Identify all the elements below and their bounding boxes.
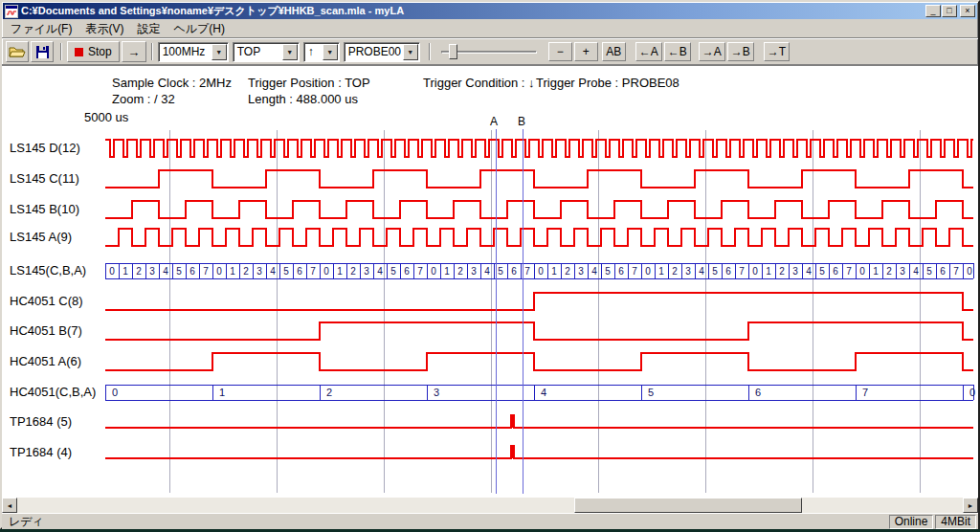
- sample-clock-select[interactable]: 100MHz ▼: [158, 42, 229, 62]
- toolbar-button-goto-trigger[interactable]: →T: [764, 42, 790, 61]
- toolbar-button-zoom-out[interactable]: −: [548, 42, 572, 61]
- svg-text:7: 7: [632, 266, 637, 277]
- svg-text:1: 1: [551, 266, 557, 277]
- minimize-button[interactable]: _: [925, 5, 941, 17]
- svg-text:6: 6: [725, 266, 731, 277]
- svg-text:3: 3: [685, 266, 691, 277]
- status-message: レディ: [4, 514, 887, 530]
- svg-text:6: 6: [404, 266, 410, 277]
- svg-text:1: 1: [658, 266, 664, 277]
- svg-text:1: 1: [337, 266, 343, 277]
- menu-item-settings[interactable]: 設定: [130, 19, 167, 39]
- run-button[interactable]: →: [122, 41, 146, 62]
- status-bar: レディ Online 4MBit: [2, 513, 978, 529]
- svg-text:7: 7: [417, 266, 423, 277]
- horizontal-scrollbar[interactable]: ◄ ►: [2, 498, 978, 513]
- toolbar-separator: [151, 43, 153, 60]
- menu-bar: ファイル(F)表示(V)設定ヘルプ(H): [2, 20, 978, 38]
- svg-text:5: 5: [283, 266, 289, 277]
- app-window: C:¥Documents and Settings¥noname¥デスクトップ¥…: [0, 0, 980, 529]
- svg-text:7: 7: [310, 266, 316, 277]
- svg-text:7: 7: [739, 266, 745, 277]
- slider-thumb[interactable]: [449, 44, 457, 59]
- trigger-edge-value: ↑: [304, 45, 321, 58]
- menu-item-help[interactable]: ヘルプ(H): [167, 19, 232, 39]
- open-file-button[interactable]: [6, 41, 29, 62]
- chevron-down-icon[interactable]: ▼: [282, 44, 298, 60]
- svg-text:2: 2: [886, 266, 892, 277]
- trigger-probe-select[interactable]: PROBE00 ▼: [344, 42, 420, 62]
- memory-status-badge: 4MBit: [935, 515, 976, 529]
- svg-text:6: 6: [940, 266, 946, 277]
- svg-text:1: 1: [873, 266, 879, 277]
- svg-text:4: 4: [541, 387, 546, 398]
- online-status-badge: Online: [889, 515, 934, 529]
- trigger-position-select[interactable]: TOP ▼: [233, 42, 300, 62]
- svg-text:2: 2: [779, 266, 785, 277]
- svg-text:0: 0: [216, 266, 222, 277]
- save-icon: [35, 45, 50, 59]
- save-file-button[interactable]: [31, 41, 54, 62]
- svg-text:2: 2: [565, 266, 570, 277]
- svg-text:1: 1: [444, 266, 450, 277]
- scroll-right-button[interactable]: ►: [963, 498, 978, 513]
- svg-text:0: 0: [112, 387, 118, 398]
- toolbar-button-zoom-in[interactable]: +: [574, 42, 598, 61]
- trigger-edge-select[interactable]: ↑ ▼: [303, 42, 340, 62]
- svg-text:1: 1: [766, 266, 771, 277]
- svg-text:1: 1: [219, 387, 225, 398]
- waveform-plot[interactable]: 0123456701234567012345670123456701234567…: [2, 66, 978, 498]
- svg-text:3: 3: [792, 266, 798, 277]
- chevron-down-icon[interactable]: ▼: [323, 44, 338, 60]
- svg-text:7: 7: [524, 266, 530, 277]
- svg-text:5: 5: [390, 266, 396, 277]
- open-folder-icon: [9, 45, 26, 58]
- svg-text:2: 2: [672, 266, 678, 277]
- svg-text:0: 0: [859, 266, 865, 277]
- svg-text:3: 3: [900, 266, 905, 277]
- svg-text:6: 6: [618, 266, 624, 277]
- maximize-button[interactable]: □: [942, 5, 957, 17]
- toolbar: Stop → 100MHz ▼ TOP ▼ ↑ ▼ PROBE00 ▼ −+AB…: [2, 38, 978, 65]
- svg-text:3: 3: [256, 266, 262, 277]
- stop-button[interactable]: Stop: [67, 41, 120, 62]
- svg-text:6: 6: [297, 266, 302, 277]
- menu-item-file[interactable]: ファイル(F): [4, 19, 78, 39]
- toolbar-button-goto-a-left[interactable]: ←A: [635, 42, 662, 61]
- svg-text:5: 5: [605, 266, 611, 277]
- svg-text:7: 7: [953, 266, 959, 277]
- waveform-area: Sample Clock : 2MHz Trigger Position : T…: [2, 65, 978, 498]
- toolbar-button-goto-b-right[interactable]: →B: [727, 42, 754, 61]
- trigger-position-value: TOP: [234, 45, 280, 58]
- svg-text:2: 2: [350, 266, 356, 277]
- toolbar-button-goto-a-right[interactable]: →A: [699, 42, 725, 61]
- menu-item-view[interactable]: 表示(V): [78, 19, 130, 39]
- window-controls: _ □ ×: [924, 5, 975, 17]
- svg-text:3: 3: [434, 387, 439, 398]
- chevron-down-icon[interactable]: ▼: [403, 44, 418, 60]
- svg-text:3: 3: [149, 266, 155, 277]
- trigger-probe-value: PROBE00: [345, 45, 401, 58]
- svg-text:2: 2: [136, 266, 142, 277]
- toolbar-separator: [60, 43, 62, 60]
- svg-text:5: 5: [926, 266, 932, 277]
- svg-text:7: 7: [862, 387, 868, 398]
- svg-text:6: 6: [755, 387, 761, 398]
- svg-text:4: 4: [163, 266, 168, 277]
- svg-text:0: 0: [645, 266, 651, 277]
- svg-text:0: 0: [538, 266, 544, 277]
- scroll-left-button[interactable]: ◄: [2, 498, 17, 513]
- svg-text:2: 2: [326, 387, 332, 398]
- chevron-down-icon[interactable]: ▼: [212, 44, 227, 60]
- scrollbar-thumb[interactable]: [574, 498, 802, 513]
- toolbar-button-goto-b-left[interactable]: ←B: [664, 42, 691, 61]
- svg-text:4: 4: [377, 266, 383, 277]
- svg-text:0: 0: [752, 266, 758, 277]
- window-title: C:¥Documents and Settings¥noname¥デスクトップ¥…: [21, 4, 924, 18]
- position-slider[interactable]: [441, 42, 537, 61]
- stop-icon: [75, 48, 83, 56]
- titlebar[interactable]: C:¥Documents and Settings¥noname¥デスクトップ¥…: [3, 3, 977, 19]
- svg-text:5: 5: [176, 266, 182, 277]
- toolbar-button-zoom-ab[interactable]: AB: [602, 42, 626, 61]
- close-button[interactable]: ×: [960, 5, 975, 17]
